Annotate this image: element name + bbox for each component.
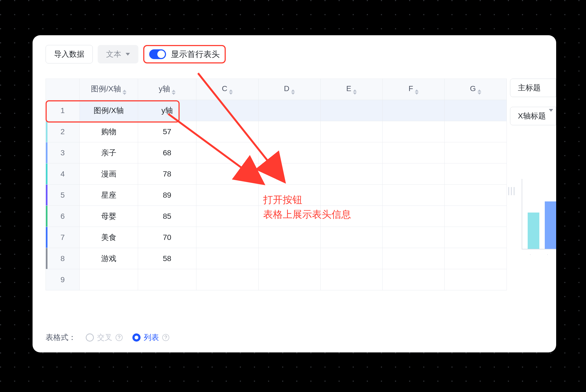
table-cell[interactable] bbox=[383, 100, 445, 121]
table-cell[interactable] bbox=[138, 269, 196, 290]
table-cell[interactable] bbox=[383, 206, 445, 227]
sort-icon[interactable] bbox=[291, 89, 295, 95]
table-row[interactable]: 4漫画78 bbox=[46, 163, 507, 185]
column-header[interactable]: E bbox=[320, 79, 383, 100]
table-cell[interactable] bbox=[320, 121, 383, 142]
data-type-select[interactable]: 文本 bbox=[98, 45, 138, 63]
table-cell[interactable]: 游戏 bbox=[79, 248, 138, 269]
table-cell[interactable]: 68 bbox=[138, 142, 196, 163]
resize-grip[interactable] bbox=[507, 187, 515, 195]
sort-icon[interactable] bbox=[353, 89, 357, 95]
table-row[interactable]: 7美食70 bbox=[46, 227, 507, 248]
table-cell[interactable]: 星座 bbox=[79, 185, 138, 206]
column-header[interactable]: 图例/X轴 bbox=[79, 79, 138, 100]
table-cell[interactable] bbox=[196, 100, 258, 121]
table-cell[interactable] bbox=[320, 100, 383, 121]
row-number[interactable]: 2 bbox=[46, 121, 80, 142]
table-cell[interactable] bbox=[258, 163, 320, 185]
x-axis-title-select[interactable]: X轴标题 bbox=[510, 107, 556, 125]
table-cell[interactable] bbox=[79, 269, 138, 290]
table-cell[interactable] bbox=[196, 163, 258, 185]
table-cell[interactable]: 78 bbox=[138, 163, 196, 185]
help-icon[interactable]: ? bbox=[116, 334, 123, 341]
table-cell[interactable]: 89 bbox=[138, 185, 196, 206]
row-number[interactable]: 3 bbox=[46, 142, 80, 163]
row-number[interactable]: 7 bbox=[46, 227, 80, 248]
table-cell[interactable]: 85 bbox=[138, 206, 196, 227]
table-cell[interactable] bbox=[320, 248, 383, 269]
table-cell[interactable] bbox=[383, 248, 445, 269]
table-cell[interactable] bbox=[196, 248, 258, 269]
row-number[interactable]: 8 bbox=[46, 248, 80, 269]
help-icon[interactable]: ? bbox=[162, 334, 169, 341]
row-number[interactable]: 5 bbox=[46, 185, 80, 206]
row-number[interactable]: 4 bbox=[46, 163, 80, 185]
table-row[interactable]: 2购物57 bbox=[46, 121, 507, 142]
table-cell[interactable] bbox=[445, 227, 507, 248]
data-table[interactable]: 图例/X轴y轴CDEFG 1图例/X轴y轴2购物573亲子684漫画785星座8… bbox=[46, 79, 507, 290]
table-row[interactable]: 1图例/X轴y轴 bbox=[46, 100, 507, 121]
table-cell[interactable] bbox=[258, 269, 320, 290]
table-cell[interactable] bbox=[383, 163, 445, 185]
table-row[interactable]: 8游戏58 bbox=[46, 248, 507, 269]
table-cell[interactable]: 58 bbox=[138, 248, 196, 269]
table-cell[interactable] bbox=[383, 269, 445, 290]
table-cell[interactable] bbox=[383, 185, 445, 206]
table-cell[interactable]: 70 bbox=[138, 227, 196, 248]
table-cell[interactable]: 图例/X轴 bbox=[79, 100, 138, 121]
table-cell[interactable] bbox=[320, 227, 383, 248]
table-row[interactable]: 9 bbox=[46, 269, 507, 290]
row-number[interactable]: 6 bbox=[46, 206, 80, 227]
table-cell[interactable] bbox=[383, 227, 445, 248]
table-cell[interactable] bbox=[320, 142, 383, 163]
table-cell[interactable] bbox=[445, 100, 507, 121]
sort-icon[interactable] bbox=[415, 89, 419, 95]
table-cell[interactable] bbox=[320, 163, 383, 185]
table-cell[interactable]: 美食 bbox=[79, 227, 138, 248]
table-cell[interactable] bbox=[196, 269, 258, 290]
table-row[interactable]: 3亲子68 bbox=[46, 142, 507, 163]
table-cell[interactable] bbox=[445, 142, 507, 163]
table-cell[interactable] bbox=[383, 142, 445, 163]
table-cell[interactable] bbox=[196, 142, 258, 163]
table-cell[interactable] bbox=[196, 227, 258, 248]
table-cell[interactable] bbox=[445, 248, 507, 269]
sort-icon[interactable] bbox=[229, 89, 233, 95]
table-cell[interactable] bbox=[258, 100, 320, 121]
table-cell[interactable] bbox=[445, 121, 507, 142]
table-cell[interactable]: 漫画 bbox=[79, 163, 138, 185]
table-cell[interactable] bbox=[196, 206, 258, 227]
format-list-radio[interactable]: 列表 ? bbox=[132, 332, 169, 343]
table-cell[interactable] bbox=[445, 163, 507, 185]
table-cell[interactable]: y轴 bbox=[138, 100, 196, 121]
table-cell[interactable]: 57 bbox=[138, 121, 196, 142]
column-header[interactable]: C bbox=[196, 79, 258, 100]
column-header[interactable]: F bbox=[383, 79, 445, 100]
table-cell[interactable] bbox=[258, 248, 320, 269]
format-cross-radio[interactable]: 交叉 ? bbox=[86, 332, 123, 343]
import-data-button[interactable]: 导入数据 bbox=[46, 45, 93, 63]
table-cell[interactable]: 亲子 bbox=[79, 142, 138, 163]
row-number[interactable]: 1 bbox=[46, 100, 80, 121]
table-cell[interactable] bbox=[445, 185, 507, 206]
column-header[interactable]: y轴 bbox=[138, 79, 196, 100]
main-title-button[interactable]: 主标题 bbox=[510, 79, 556, 97]
row-number[interactable]: 9 bbox=[46, 269, 80, 290]
sort-icon[interactable] bbox=[172, 90, 176, 95]
column-header[interactable]: G bbox=[445, 79, 507, 100]
table-cell[interactable] bbox=[258, 121, 320, 142]
table-cell[interactable] bbox=[320, 269, 383, 290]
table-cell[interactable] bbox=[196, 121, 258, 142]
table-cell[interactable] bbox=[445, 206, 507, 227]
table-cell[interactable] bbox=[383, 121, 445, 142]
table-cell[interactable]: 母婴 bbox=[79, 206, 138, 227]
table-cell[interactable] bbox=[196, 185, 258, 206]
show-header-toggle[interactable] bbox=[149, 49, 166, 59]
table-cell[interactable] bbox=[258, 142, 320, 163]
sort-icon[interactable] bbox=[477, 89, 481, 95]
table-cell[interactable] bbox=[445, 269, 507, 290]
column-header[interactable]: D bbox=[258, 79, 320, 100]
table-cell[interactable]: 购物 bbox=[79, 121, 138, 142]
table-cell[interactable] bbox=[258, 227, 320, 248]
sort-icon[interactable] bbox=[123, 90, 126, 95]
